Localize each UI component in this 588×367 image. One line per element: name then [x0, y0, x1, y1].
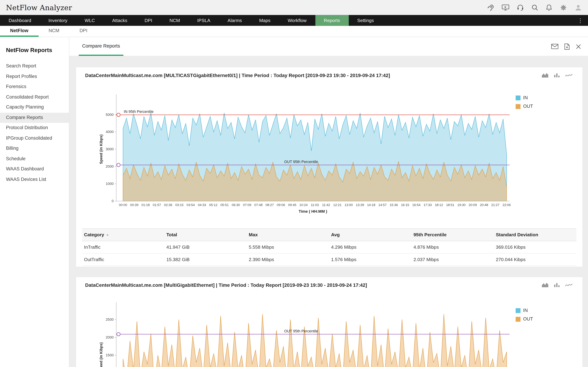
main-nav: DashboardInventoryWLCAttacksDPINCMIPSLAA…: [0, 15, 588, 26]
support-headset-icon[interactable]: [517, 4, 524, 11]
traffic-summary-table: Category▲TotalMaxAvg95th PercentileStand…: [82, 228, 576, 266]
sidebar-item-search-report[interactable]: Search Report: [0, 61, 69, 71]
nav-item-alarms[interactable]: Alarms: [219, 15, 251, 26]
sidebar-item-compare-reports[interactable]: Compare Reports: [0, 113, 69, 123]
pdf-export-icon[interactable]: [564, 43, 570, 50]
sidebar-item-consolidated-report[interactable]: Consolidated Report: [0, 92, 69, 102]
area-chart-icon[interactable]: [541, 72, 549, 78]
nav-item-dpi[interactable]: DPI: [136, 15, 161, 26]
svg-text:17:33: 17:33: [424, 203, 432, 207]
sidebar-item-waas-dashboard[interactable]: WAAS Dashboard: [0, 164, 69, 175]
table-row: OutTraffic15.382 GiB2.390 Mibps1.576 Mib…: [82, 253, 576, 266]
svg-text:14:18: 14:18: [367, 203, 375, 207]
svg-text:03:15: 03:15: [175, 203, 184, 207]
nav-item-ncm[interactable]: NCM: [161, 15, 189, 26]
more-menu-icon[interactable]: ⋮: [573, 15, 588, 26]
svg-text:2000: 2000: [106, 335, 113, 339]
content-toolbar: Compare Reports: [69, 37, 588, 56]
column-header-total[interactable]: Total: [164, 229, 247, 241]
svg-text:03:54: 03:54: [187, 203, 195, 207]
header-icon-group: [487, 4, 582, 11]
launch-icon[interactable]: [487, 4, 494, 11]
legend-entry-in[interactable]: IN: [516, 95, 533, 100]
svg-text:00:39: 00:39: [130, 203, 138, 207]
svg-text:5000: 5000: [106, 113, 113, 117]
nav-item-settings[interactable]: Settings: [349, 15, 382, 26]
column-header-max[interactable]: Max: [247, 229, 329, 241]
svg-text:1500: 1500: [106, 353, 113, 357]
svg-text:01:57: 01:57: [153, 203, 161, 207]
sidebar-item-ipgroup-consolidated[interactable]: IPGroup Consolidated: [0, 133, 69, 143]
traffic-chart[interactable]: 0500100015002000250000:0000:3901:1801:57…: [99, 298, 515, 367]
svg-text:09:45: 09:45: [288, 203, 296, 207]
table-cell: 1.576 Mibps: [329, 253, 412, 266]
svg-text:04:33: 04:33: [198, 203, 206, 207]
nav-item-wlc[interactable]: WLC: [76, 15, 104, 26]
nav-item-workflow[interactable]: Workflow: [279, 15, 315, 26]
subtab-netflow[interactable]: NetFlow: [0, 26, 38, 37]
traffic-chart[interactable]: 01000200030004000500000:0000:3901:1801:5…: [99, 90, 515, 219]
tab-compare-reports[interactable]: Compare Reports: [79, 37, 123, 56]
svg-text:08:27: 08:27: [266, 203, 274, 207]
nav-item-inventory[interactable]: Inventory: [40, 15, 76, 26]
search-icon[interactable]: [531, 4, 538, 11]
subtab-dpi[interactable]: DPI: [69, 26, 97, 37]
column-header-standard-deviation[interactable]: Standard Deviation: [494, 229, 576, 241]
sidebar-item-protocol-distribution[interactable]: Protocol Distribution: [0, 123, 69, 133]
legend-label: OUT: [523, 317, 533, 322]
svg-text:20:09: 20:09: [469, 203, 477, 207]
svg-text:3000: 3000: [106, 147, 113, 151]
svg-text:10:24: 10:24: [299, 203, 308, 207]
svg-text:18:51: 18:51: [446, 203, 454, 207]
app-title: NetFlow Analyzer: [6, 3, 72, 12]
table-cell: 5.558 Mibps: [247, 241, 329, 253]
line-chart-icon[interactable]: [565, 73, 573, 78]
report-card-multigigabit-interface: DataCenterMainMulticast.me.com [MultiGig…: [76, 277, 582, 367]
area-chart-icon[interactable]: [541, 282, 549, 288]
bar-chart-icon[interactable]: [553, 72, 560, 78]
sort-asc-icon: ▲: [106, 233, 109, 236]
nav-item-ipsla[interactable]: IPSLA: [189, 15, 219, 26]
sidebar-item-schedule[interactable]: Schedule: [0, 154, 69, 164]
workspace: NetFlow Reports Search ReportReport Prof…: [0, 37, 588, 367]
user-avatar-icon[interactable]: [575, 4, 582, 11]
legend-label: IN: [523, 95, 528, 100]
settings-gear-icon[interactable]: [560, 4, 567, 11]
sidebar-item-capacity-planning[interactable]: Capacity Planning: [0, 102, 69, 113]
svg-text:05:12: 05:12: [209, 203, 217, 207]
sidebar-item-waas-devices-list[interactable]: WAAS Devices List: [0, 174, 69, 184]
legend-entry-out[interactable]: OUT: [516, 104, 533, 109]
chart-type-icon-group: [541, 282, 573, 288]
sidebar-item-forensics[interactable]: Forensics: [0, 82, 69, 92]
line-chart-icon[interactable]: [565, 282, 573, 287]
bar-chart-icon[interactable]: [553, 282, 560, 288]
legend-entry-in[interactable]: IN: [516, 308, 533, 313]
table-cell: 2.390 Mibps: [247, 253, 329, 266]
nav-item-attacks[interactable]: Attacks: [104, 15, 136, 26]
svg-text:19:30: 19:30: [457, 203, 466, 207]
subtab-ncm[interactable]: NCM: [38, 26, 69, 37]
svg-text:06:30: 06:30: [232, 203, 240, 207]
legend-swatch: [516, 104, 520, 109]
close-icon[interactable]: [576, 44, 581, 49]
table-header-row: Category▲TotalMaxAvg95th PercentileStand…: [82, 229, 576, 241]
svg-text:Speed (in Kibps): Speed (in Kibps): [99, 134, 103, 164]
email-icon[interactable]: [551, 44, 558, 49]
column-header-avg[interactable]: Avg: [329, 229, 412, 241]
notifications-bell-icon[interactable]: [546, 4, 553, 11]
svg-text:01:18: 01:18: [141, 203, 150, 207]
svg-text:05:51: 05:51: [221, 203, 229, 207]
sidebar-item-report-profiles[interactable]: Report Profiles: [0, 71, 69, 82]
legend-entry-out[interactable]: OUT: [516, 317, 533, 322]
application-window: NetFlow Analyzer: [0, 0, 588, 367]
svg-text:09:06: 09:06: [277, 203, 285, 207]
nav-item-dashboard[interactable]: Dashboard: [0, 15, 40, 26]
svg-text:15:36: 15:36: [390, 203, 398, 207]
sidebar-item-billing[interactable]: Billing: [0, 143, 69, 154]
column-header-category[interactable]: Category▲: [82, 229, 164, 241]
demo-monitor-icon[interactable]: [502, 4, 509, 11]
report-title: DataCenterMainMulticast.me.com [MULTICAS…: [85, 73, 390, 78]
nav-item-reports[interactable]: Reports: [315, 15, 349, 26]
nav-item-maps[interactable]: Maps: [251, 15, 279, 26]
column-header-95th-percentile[interactable]: 95th Percentile: [412, 229, 494, 241]
